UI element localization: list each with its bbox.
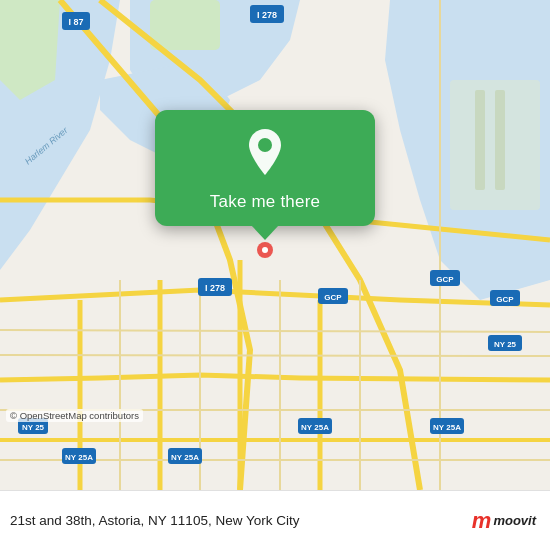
bottom-bar: 21st and 38th, Astoria, NY 11105, New Yo… [0, 490, 550, 550]
take-me-there-button[interactable]: Take me there [210, 192, 320, 212]
address-text: 21st and 38th, Astoria, NY 11105, New Yo… [10, 513, 299, 528]
svg-text:GCP: GCP [324, 293, 342, 302]
svg-rect-1 [150, 0, 220, 50]
svg-text:NY 25A: NY 25A [301, 423, 329, 432]
svg-text:I 278: I 278 [205, 283, 225, 293]
svg-point-42 [258, 138, 272, 152]
svg-point-41 [262, 247, 268, 253]
svg-text:NY 25: NY 25 [494, 340, 517, 349]
moovit-logo: m moovit [472, 510, 536, 532]
svg-text:GCP: GCP [436, 275, 454, 284]
svg-text:GCP: GCP [496, 295, 514, 304]
map-container[interactable]: I 87 I 278 I 278 GCP GCP GCP NY 25 NY 25… [0, 0, 550, 490]
map-pin-icon [243, 129, 287, 181]
svg-text:NY 25: NY 25 [22, 423, 45, 432]
popup-card: Take me there [155, 110, 375, 226]
osm-attribution: © OpenStreetMap contributors [6, 409, 143, 422]
svg-text:I 87: I 87 [68, 17, 83, 27]
svg-text:NY 25A: NY 25A [171, 453, 199, 462]
svg-rect-39 [495, 90, 505, 190]
svg-text:NY 25A: NY 25A [433, 423, 461, 432]
moovit-letter: m [472, 510, 492, 532]
svg-text:NY 25A: NY 25A [65, 453, 93, 462]
svg-text:I 278: I 278 [257, 10, 277, 20]
moovit-name: moovit [493, 513, 536, 528]
location-icon-wrap [238, 128, 292, 182]
svg-rect-38 [475, 90, 485, 190]
svg-line-3 [0, 355, 550, 356]
